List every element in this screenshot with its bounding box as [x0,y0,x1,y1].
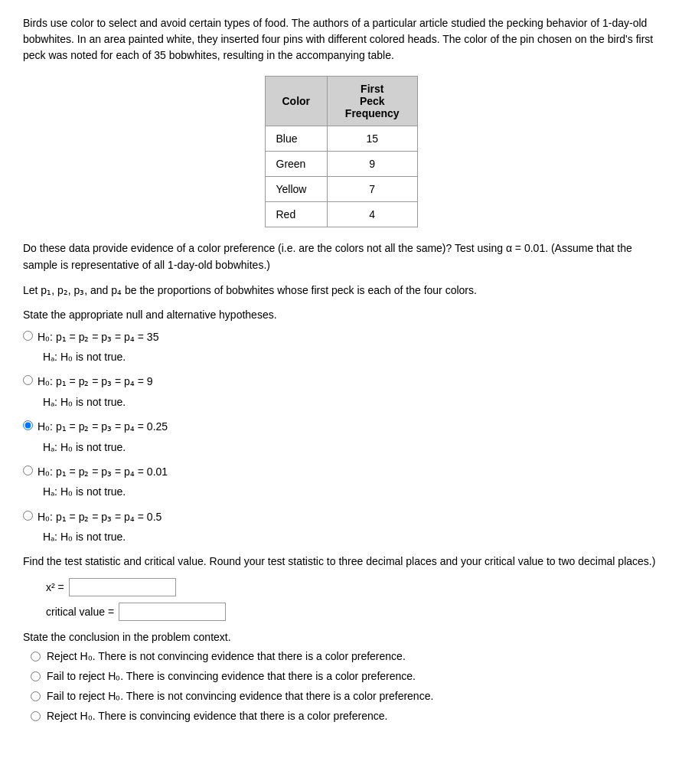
hypothesis-radio-row-1: H₀: p₁ = p₂ = p₃ = p₄ = 35 [23,328,659,345]
table-row: Red 4 [265,202,417,227]
conclusion-text-2: Fail to reject H₀. There is convincing e… [47,670,416,682]
let-statement: Let p₁, p₂, p₃, and p₄ be the proportion… [23,282,659,299]
find-statistic-text: Find the test statistic and critical val… [23,553,659,570]
conclusion-text-4: Reject H₀. There is convincing evidence … [47,710,387,722]
table-row: Yellow 7 [265,177,417,202]
x2-input-row: x² = [46,578,659,596]
hypothesis-radio-row-3: H₀: p₁ = p₂ = p₃ = p₄ = 0.25 [23,418,659,435]
conclusions-container: Reject H₀. There is not convincing evide… [23,650,659,722]
conclusion-radio-1[interactable] [31,652,41,662]
conclusion-text-3: Fail to reject H₀. There is not convinci… [47,690,433,702]
hypothesis-ha-text-2: Hₐ: H₀ is not true. [43,394,659,410]
x2-label: x² = [46,581,64,593]
state-conclusion-label: State the conclusion in the problem cont… [23,629,659,645]
table-header-frequency: First Peck Frequency [328,77,418,126]
conclusion-option-1: Reject H₀. There is not convincing evide… [23,650,659,662]
table-cell-color: Green [265,152,328,177]
intro-paragraph: Birds use color to select and avoid cert… [23,15,659,64]
table-cell-freq: 7 [328,177,418,202]
conclusion-option-3: Fail to reject H₀. There is not convinci… [23,690,659,702]
hypothesis-option-5: H₀: p₁ = p₂ = p₃ = p₄ = 0.5Hₐ: H₀ is not… [23,508,659,546]
hypothesis-ha-text-5: Hₐ: H₀ is not true. [43,528,659,545]
question1-text: Do these data provide evidence of a colo… [23,240,659,274]
table-row: Green 9 [265,152,417,177]
table-cell-color: Yellow [265,177,328,202]
hypothesis-ha-text-3: Hₐ: H₀ is not true. [43,439,659,456]
hypothesis-ha-text-4: Hₐ: H₀ is not true. [43,483,659,500]
hypothesis-ha-text-1: Hₐ: H₀ is not true. [43,348,659,365]
hypothesis-h0-text-4: H₀: p₁ = p₂ = p₃ = p₄ = 0.01 [38,463,168,480]
hypothesis-option-4: H₀: p₁ = p₂ = p₃ = p₄ = 0.01Hₐ: H₀ is no… [23,463,659,501]
table-row: Blue 15 [265,126,417,152]
hypothesis-h0-text-3: H₀: p₁ = p₂ = p₃ = p₄ = 0.25 [38,418,168,435]
conclusion-radio-3[interactable] [31,691,41,701]
hypotheses-container: H₀: p₁ = p₂ = p₃ = p₄ = 35Hₐ: H₀ is not … [23,328,659,546]
table-header-color: Color [265,77,328,126]
hypothesis-radio-row-2: H₀: p₁ = p₂ = p₃ = p₄ = 9 [23,373,659,390]
table-cell-freq: 4 [328,202,418,227]
conclusion-option-4: Reject H₀. There is convincing evidence … [23,710,659,722]
hypothesis-option-3: H₀: p₁ = p₂ = p₃ = p₄ = 0.25Hₐ: H₀ is no… [23,418,659,456]
frequency-table: Color First Peck Frequency Blue 15Green … [265,76,418,227]
conclusion-text-1: Reject H₀. There is not convincing evide… [47,650,406,662]
table-cell-color: Red [265,202,328,227]
hypothesis-h0-text-2: H₀: p₁ = p₂ = p₃ = p₄ = 9 [38,373,153,390]
x2-input[interactable] [69,578,176,596]
data-table-container: Color First Peck Frequency Blue 15Green … [23,76,659,227]
hypothesis-radio-3[interactable] [23,420,33,430]
hypothesis-h0-text-1: H₀: p₁ = p₂ = p₃ = p₄ = 35 [38,328,158,345]
conclusion-radio-4[interactable] [31,711,41,721]
state-hypotheses-label: State the appropriate null and alternati… [23,306,659,323]
hypothesis-radio-5[interactable] [23,511,33,521]
table-cell-freq: 9 [328,152,418,177]
conclusion-radio-2[interactable] [31,671,41,681]
hypothesis-option-2: H₀: p₁ = p₂ = p₃ = p₄ = 9Hₐ: H₀ is not t… [23,373,659,410]
cv-label: critical value = [46,606,114,618]
cv-input-row: critical value = [46,603,659,621]
hypothesis-option-1: H₀: p₁ = p₂ = p₃ = p₄ = 35Hₐ: H₀ is not … [23,328,659,366]
conclusion-option-2: Fail to reject H₀. There is convincing e… [23,670,659,682]
hypothesis-radio-row-4: H₀: p₁ = p₂ = p₃ = p₄ = 0.01 [23,463,659,480]
hypothesis-radio-row-5: H₀: p₁ = p₂ = p₃ = p₄ = 0.5 [23,508,659,525]
table-cell-color: Blue [265,126,328,152]
table-cell-freq: 15 [328,126,418,152]
critical-value-input[interactable] [119,603,226,621]
hypothesis-radio-1[interactable] [23,331,33,341]
hypothesis-radio-2[interactable] [23,375,33,385]
hypothesis-h0-text-5: H₀: p₁ = p₂ = p₃ = p₄ = 0.5 [38,508,162,525]
hypothesis-radio-4[interactable] [23,466,33,475]
